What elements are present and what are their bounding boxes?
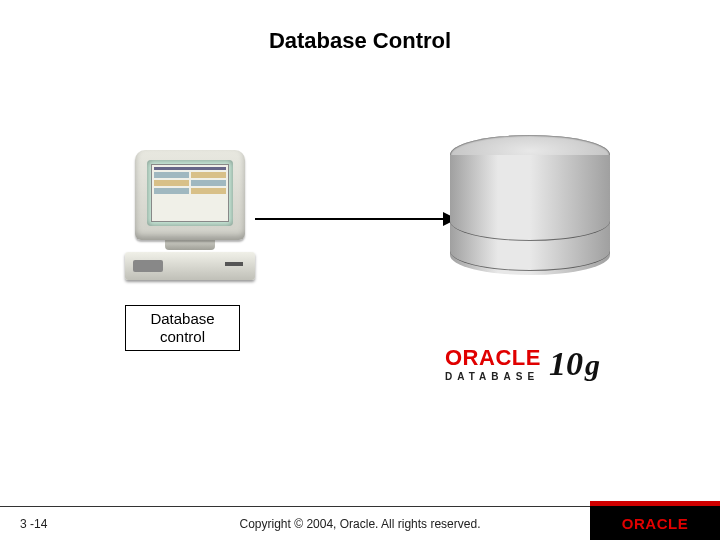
computer-illustration <box>120 150 260 280</box>
version-number: 10 <box>549 345 583 383</box>
footer-logo-box: ORACLE <box>590 506 720 540</box>
monitor-stand <box>165 240 215 250</box>
database-cylinder-icon <box>450 135 610 275</box>
diagram-label-box: Database control <box>125 305 240 351</box>
slide-title: Database Control <box>0 28 720 54</box>
diagram-area: Database control <box>100 150 660 370</box>
oracle-wordmark-block: ORACLE DATABASE <box>445 347 541 382</box>
oracle-version: 10g <box>549 345 600 383</box>
oracle-wordmark: ORACLE <box>445 347 541 369</box>
footer-oracle-logo: ORACLE <box>622 515 688 532</box>
screen-content <box>151 164 229 222</box>
computer-base-icon <box>125 252 255 280</box>
diagram-label-line1: Database <box>130 310 235 328</box>
monitor-screen <box>147 160 233 226</box>
diagram-label-line2: control <box>130 328 235 346</box>
arrow-icon <box>255 218 455 220</box>
oracle-subline: DATABASE <box>445 371 541 382</box>
page-number: 3 -14 <box>20 517 47 531</box>
version-suffix: g <box>585 348 600 382</box>
oracle-product-logo: ORACLE DATABASE 10g <box>445 345 665 383</box>
slide-footer: 3 -14 Copyright © 2004, Oracle. All righ… <box>0 506 720 540</box>
monitor-icon <box>135 150 245 240</box>
